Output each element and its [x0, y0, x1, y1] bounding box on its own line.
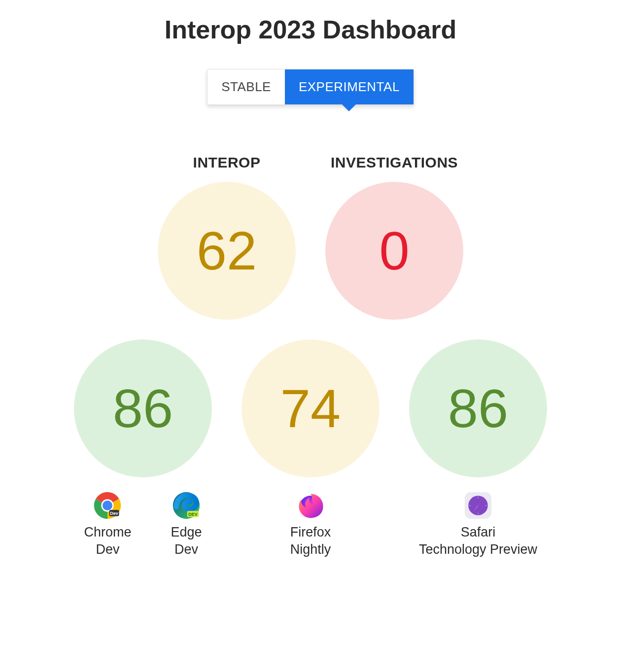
investigations-score-card: INVESTIGATIONS 0	[325, 154, 463, 320]
interop-value: 62	[197, 224, 257, 278]
safari-card: 86	[409, 339, 547, 564]
safari-name-1: Safari	[461, 525, 496, 539]
chrome-name-1: Chrome	[84, 525, 131, 539]
investigations-value: 0	[379, 224, 409, 278]
interop-score-card: INTEROP 62	[158, 154, 296, 320]
tab-stable[interactable]: STABLE	[207, 69, 285, 104]
chrome-edge-card: 86 Dev	[74, 339, 212, 564]
edge-dev-icon: DEV	[171, 490, 202, 521]
firefox-logo-item: Firefox Nightly	[290, 490, 331, 558]
svg-text:DEV: DEV	[188, 512, 198, 517]
svg-point-2	[103, 501, 113, 510]
investigations-heading: INVESTIGATIONS	[331, 154, 458, 171]
firefox-card: 74	[242, 339, 380, 564]
page-title: Interop 2023 Dashboard	[165, 15, 456, 44]
safari-value: 86	[448, 381, 508, 436]
tab-experimental[interactable]: EXPERIMENTAL	[285, 69, 414, 104]
firefox-name-1: Firefox	[290, 525, 331, 539]
edge-name-1: Edge	[171, 525, 202, 539]
chrome-name-2: Dev	[96, 542, 119, 557]
safari-tp-icon	[463, 490, 493, 521]
safari-name-2: Technology Preview	[419, 542, 537, 557]
firefox-circle: 74	[242, 339, 380, 477]
safari-circle: 86	[409, 339, 547, 477]
edge-name-2: Dev	[174, 542, 198, 557]
svg-text:Dev: Dev	[110, 511, 119, 516]
summary-row: INTEROP 62 INVESTIGATIONS 0	[158, 154, 463, 320]
chrome-logo-item: Dev Chrome Dev	[84, 490, 131, 558]
chrome-edge-circle: 86	[74, 339, 212, 477]
edge-logo-item: DEV Edge Dev	[171, 490, 202, 558]
safari-logo-item: Safari Technology Preview	[419, 490, 537, 558]
interop-heading: INTEROP	[193, 154, 261, 171]
interop-circle: 62	[158, 182, 296, 320]
firefox-name-2: Nightly	[290, 542, 331, 557]
investigations-circle: 0	[325, 182, 463, 320]
chrome-edge-value: 86	[113, 381, 173, 436]
channel-toggle: STABLE EXPERIMENTAL	[207, 69, 414, 105]
chrome-dev-icon: Dev	[92, 490, 123, 521]
firefox-value: 74	[280, 381, 341, 436]
firefox-nightly-icon	[295, 490, 326, 521]
browser-row: 86 Dev	[74, 339, 547, 564]
